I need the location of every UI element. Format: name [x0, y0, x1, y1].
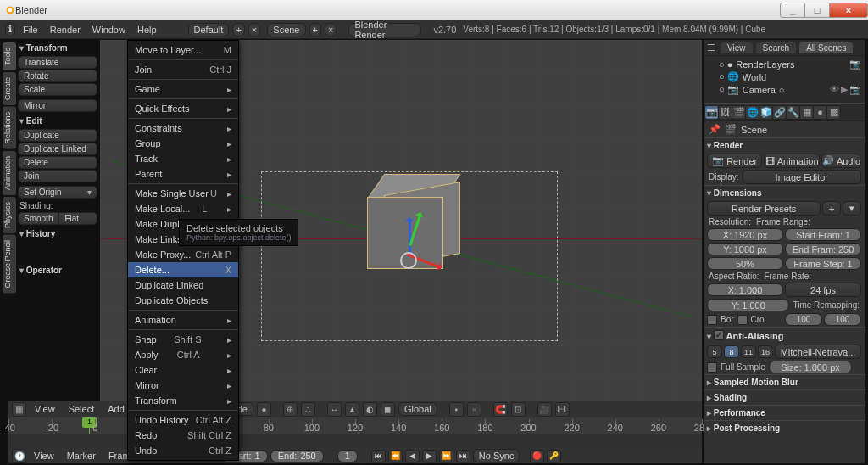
context-modifiers-icon[interactable]: 🔧 [786, 105, 800, 120]
render-button[interactable]: 📷 Render [707, 154, 762, 168]
render-anim-icon[interactable]: 🎞 [555, 402, 570, 417]
camera-sel-icon[interactable]: ▶ [841, 84, 848, 95]
menu-item-undo-history[interactable]: Undo HistoryCtrl Alt Z [128, 412, 238, 428]
current-frame-field[interactable]: 1 [337, 450, 358, 462]
end-frame-field[interactable]: End:250 [270, 450, 324, 462]
context-data-icon[interactable]: ▦ [799, 105, 814, 120]
autokey-icon[interactable]: 🔴 [530, 450, 544, 462]
outliner[interactable]: ○ ● RenderLayers📷 ○ 🌐 World ○ 📷 Camera ○… [704, 56, 865, 103]
tab-physics[interactable]: Physics [3, 197, 16, 233]
snap-target-icon[interactable]: ⊡ [511, 402, 526, 417]
menu-item-delete-[interactable]: Delete...X [128, 262, 238, 277]
context-constraints-icon[interactable]: 🔗 [772, 105, 787, 120]
keying-set-icon[interactable]: 🔑 [547, 450, 561, 462]
menu-item-redo[interactable]: RedoShift Ctrl Z [128, 428, 238, 443]
layers-2-icon[interactable]: ▫ [467, 402, 481, 417]
menu-item-game[interactable]: Game [128, 81, 238, 97]
render-preview-icon[interactable]: 🎥 [537, 402, 552, 417]
tl-marker[interactable]: Marker [62, 451, 101, 461]
remap-old-field[interactable]: 100 [785, 313, 822, 326]
menu-item-apply[interactable]: ApplyCtrl A [128, 347, 238, 362]
crop-checkbox[interactable] [737, 315, 748, 325]
context-renderlayers-icon[interactable]: 🖼 [718, 105, 732, 120]
panel-history-header[interactable]: History [18, 226, 97, 242]
tab-tools[interactable]: Tools [3, 42, 16, 70]
vh-view[interactable]: View [30, 404, 60, 414]
manip-rotate-icon[interactable]: ◐ [363, 402, 377, 417]
manip-scale-icon[interactable]: ◼ [381, 402, 395, 417]
delete-button[interactable]: Delete [18, 156, 97, 169]
vh-add[interactable]: Add [103, 404, 130, 414]
window-maximize-button[interactable]: □ [804, 3, 830, 18]
outliner-search[interactable]: Search [756, 42, 797, 53]
performance-header[interactable]: Performance [704, 405, 865, 420]
aspect-y-field[interactable]: Y: 1.000 [707, 299, 789, 311]
menu-item-group[interactable]: Group [128, 136, 238, 151]
aa-filter-dropdown[interactable]: Mitchell-Netrava... [775, 345, 861, 359]
aa-5-toggle[interactable]: 5 [707, 345, 722, 358]
layout-add-button[interactable]: + [232, 23, 244, 36]
panel-operator-header[interactable]: Operator [18, 262, 97, 278]
editor-type-icon[interactable]: ℹ [5, 23, 15, 36]
context-world-icon[interactable]: 🌐 [745, 105, 760, 120]
layout-selector[interactable]: Default [188, 23, 230, 36]
editor-type-timeline-icon[interactable]: 🕐 [12, 449, 26, 463]
menu-item-transform[interactable]: Transform [128, 393, 238, 408]
engine-selector[interactable]: Blender Render [348, 23, 421, 36]
scene-delete-button[interactable]: × [325, 23, 337, 36]
context-object-icon[interactable]: 🧊 [759, 105, 773, 120]
smooth-button[interactable]: Smooth [18, 212, 58, 225]
scene-add-button[interactable]: + [309, 23, 321, 36]
aa-8-toggle[interactable]: 8 [724, 345, 739, 358]
manip-translate-icon[interactable]: ▲ [345, 402, 359, 417]
tab-create[interactable]: Create [3, 72, 16, 105]
tab-grease-pencil[interactable]: Grease Pencil [3, 235, 16, 294]
aa-16-toggle[interactable]: 16 [758, 345, 773, 358]
menu-help[interactable]: Help [131, 25, 163, 35]
res-y-field[interactable]: Y: 1080 px [707, 243, 783, 255]
aspect-x-field[interactable]: X: 1.000 [707, 283, 783, 296]
timeline-ruler[interactable]: 1 -40-2002040608010012014016018020022024… [8, 417, 702, 434]
manipulator-toggle-icon[interactable]: ↔ [327, 402, 342, 417]
mirror-button[interactable]: Mirror [18, 99, 97, 112]
remap-new-field[interactable]: 100 [824, 313, 861, 326]
outliner-world[interactable]: ○ 🌐 World [707, 70, 861, 83]
jump-start-icon[interactable]: ⏮ [371, 450, 386, 462]
start-frame-prop[interactable]: Start Fram: 1 [785, 228, 861, 241]
res-percent-field[interactable]: 50% [707, 257, 783, 270]
snap-icon[interactable]: 🧲 [493, 402, 508, 417]
menu-item-make-proxy-[interactable]: Make Proxy...Ctrl Alt P [128, 247, 238, 262]
aa-11-toggle[interactable]: 11 [741, 345, 756, 358]
window-close-button[interactable]: × [829, 3, 868, 18]
menu-item-animation[interactable]: Animation [128, 312, 238, 328]
join-button[interactable]: Join [18, 170, 97, 182]
aa-size-field[interactable]: Size: 1.000 px [769, 361, 852, 373]
context-texture-icon[interactable]: ▩ [826, 105, 841, 120]
editor-type-3dview-icon[interactable]: ▦ [12, 402, 26, 417]
render-header[interactable]: Render [704, 137, 865, 153]
menu-item-duplicate-linked[interactable]: Duplicate Linked [128, 277, 238, 293]
pivot-per-icon[interactable]: ∴ [301, 402, 315, 417]
vh-select[interactable]: Select [64, 404, 100, 414]
flat-button[interactable]: Flat [58, 212, 97, 225]
set-origin-dropdown[interactable]: Set Origin [18, 186, 97, 199]
editor-type-outliner-icon[interactable]: ☰ [707, 42, 717, 53]
menu-item-join[interactable]: JoinCtrl J [128, 62, 238, 77]
border-checkbox[interactable] [707, 315, 717, 325]
camera-render-icon[interactable]: 📷 [849, 84, 861, 95]
menu-item-clear[interactable]: Clear [128, 362, 238, 378]
pivot-icon[interactable]: ⊕ [283, 402, 298, 417]
scene-selector[interactable]: Scene [267, 23, 305, 36]
postprocessing-header[interactable]: Post Processing [704, 420, 865, 435]
rotate-button[interactable]: Rotate [18, 70, 97, 82]
panel-transform-header[interactable]: Transform [18, 40, 97, 56]
menu-window[interactable]: Window [86, 25, 131, 35]
res-x-field[interactable]: X: 1920 px [707, 228, 783, 241]
play-reverse-icon[interactable]: ◀ [405, 450, 420, 462]
renderlayers-camera-icon[interactable]: 📷 [849, 59, 861, 70]
duplicate-linked-button[interactable]: Duplicate Linked [18, 143, 97, 155]
menu-item-make-local-[interactable]: Make Local...L [128, 201, 238, 216]
window-minimize-button[interactable]: _ [780, 3, 805, 18]
translate-button[interactable]: Translate [18, 56, 97, 69]
menu-render[interactable]: Render [44, 25, 86, 35]
